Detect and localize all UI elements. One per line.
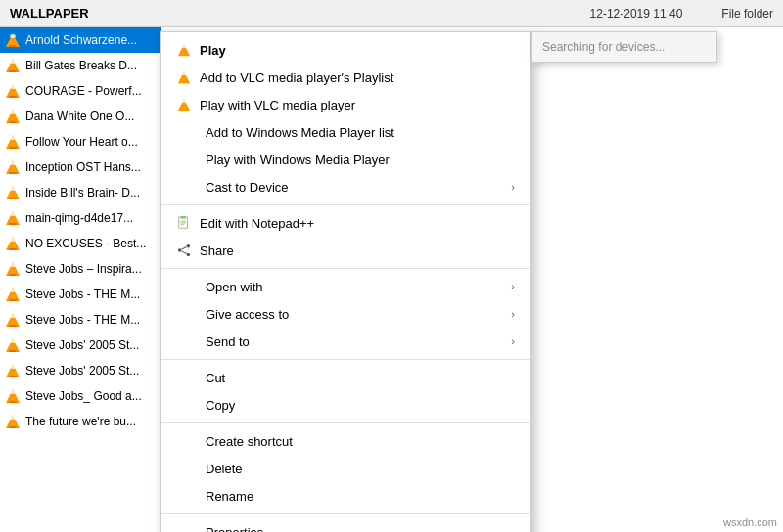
svg-point-13: [10, 136, 16, 140]
svg-rect-11: [9, 121, 17, 123]
menu-item-properties[interactable]: Properties: [161, 518, 530, 532]
svg-point-4: [10, 60, 16, 64]
menu-item-give-access[interactable]: Give access to›: [161, 300, 530, 328]
file-item[interactable]: Steve Jobs - THE M...: [0, 282, 161, 307]
svg-rect-2: [9, 45, 17, 47]
menu-item-add-to-vlc-playlist[interactable]: Add to VLC media player's Playlist: [161, 64, 530, 91]
menu-item-open-with[interactable]: Open with›: [161, 273, 530, 300]
menu-separator: [161, 268, 530, 269]
file-name: main-qimg-d4de17...: [25, 211, 133, 225]
svg-point-28: [10, 263, 16, 267]
menu-item-label: Share: [200, 244, 234, 258]
menu-item-play[interactable]: Play: [161, 36, 530, 64]
file-item[interactable]: Steve Jobs – Inspira...: [0, 256, 161, 282]
menu-item-content: Properties: [176, 525, 263, 533]
cast-to-device-submenu: Searching for devices...: [531, 31, 717, 63]
file-item[interactable]: The future we're bu...: [0, 409, 161, 434]
file-item[interactable]: Inside Bill's Brain- D...: [0, 180, 161, 205]
file-item[interactable]: Arnold Schwarzene...: [0, 27, 161, 53]
file-item[interactable]: Follow Your Heart o...: [0, 129, 161, 155]
vlc-file-icon: [4, 336, 22, 354]
menu-item-content: Delete: [176, 462, 243, 476]
svg-rect-47: [9, 426, 17, 428]
menu-item-label: Play with VLC media player: [200, 98, 355, 112]
menu-item-content: Edit with Notepad++: [176, 215, 314, 231]
file-name: Inside Bill's Brain- D...: [25, 186, 140, 200]
file-name: Steve Jobs - THE M...: [25, 313, 140, 327]
menu-item-label: Add to VLC media player's Playlist: [200, 70, 393, 85]
file-name: Dana White One O...: [25, 110, 134, 123]
file-item[interactable]: Steve Jobs' 2005 St...: [0, 358, 161, 383]
menu-item-content: Play with VLC media player: [176, 97, 355, 112]
menu-item-delete[interactable]: Delete: [161, 455, 530, 482]
share-icon: [176, 243, 192, 258]
svg-point-22: [10, 212, 16, 216]
menu-item-label: Add to Windows Media Player list: [206, 125, 394, 140]
searching-label: Searching for devices...: [542, 40, 665, 54]
file-item[interactable]: Steve Jobs - THE M...: [0, 307, 161, 332]
svg-rect-55: [181, 216, 186, 219]
menu-item-send-to[interactable]: Send to›: [161, 328, 530, 355]
vlc-file-icon: [4, 413, 22, 430]
file-name: Steve Jobs' 2005 St...: [25, 338, 139, 352]
menu-item-content: Cut: [176, 371, 225, 385]
vlc-file-icon: [4, 260, 22, 278]
menu-item-content: Play: [176, 42, 226, 58]
menu-item-label: Create shortcut: [206, 434, 293, 449]
svg-rect-32: [9, 299, 17, 301]
menu-item-add-to-wmp-list[interactable]: Add to Windows Media Player list: [161, 118, 530, 146]
header-date: 12-12-2019 11:40: [590, 7, 683, 21]
svg-point-61: [187, 253, 191, 257]
menu-item-label: Play: [200, 43, 226, 58]
file-item[interactable]: Inception OST Hans...: [0, 155, 161, 180]
file-item[interactable]: Steve Jobs' 2005 St...: [0, 332, 161, 358]
menu-item-label: Play with Windows Media Player: [206, 153, 390, 167]
file-item[interactable]: Steve Jobs_ Good a...: [0, 383, 161, 409]
vlc-file-icon: [4, 311, 22, 329]
svg-point-34: [10, 314, 16, 318]
file-item[interactable]: Bill Gates Breaks D...: [0, 53, 161, 78]
svg-rect-35: [9, 325, 17, 327]
menu-item-copy[interactable]: Copy: [161, 391, 530, 419]
menu-item-play-with-wmp[interactable]: Play with Windows Media Player: [161, 146, 530, 173]
menu-item-cast-to-device[interactable]: Cast to Device›: [161, 173, 530, 200]
menu-separator: [161, 422, 530, 423]
menu-item-content: Rename: [176, 489, 253, 504]
svg-rect-20: [9, 198, 17, 200]
svg-point-7: [10, 85, 16, 89]
menu-item-share[interactable]: Share: [161, 237, 530, 264]
menu-item-content: Open with: [176, 280, 263, 294]
menu-item-content: Share: [176, 243, 234, 258]
file-name: Inception OST Hans...: [25, 160, 141, 174]
notepad-icon: [176, 215, 192, 231]
menu-item-play-with-vlc[interactable]: Play with VLC media player: [161, 91, 530, 118]
menu-item-label: Cut: [206, 371, 225, 385]
menu-item-label: Rename: [206, 489, 253, 504]
file-item[interactable]: NO EXCUSES - Best...: [0, 231, 161, 256]
menu-item-content: Cast to Device: [176, 180, 289, 195]
svg-line-62: [181, 247, 186, 250]
menu-item-label: Give access to: [206, 307, 289, 322]
menu-item-content: Add to Windows Media Player list: [176, 125, 394, 140]
menu-item-content: Send to: [176, 334, 250, 349]
menu-item-rename[interactable]: Rename: [161, 482, 530, 510]
menu-item-edit-notepad[interactable]: Edit with Notepad++: [161, 209, 530, 237]
file-item[interactable]: Dana White One O...: [0, 104, 161, 129]
context-menu: Play Add to VLC media player's Playlist …: [160, 31, 531, 532]
vlc-file-icon: [4, 286, 22, 303]
file-item[interactable]: COURAGE - Powerf...: [0, 78, 161, 104]
file-name: Follow Your Heart o...: [25, 135, 138, 149]
vlc-file-icon: [4, 82, 22, 100]
menu-item-create-shortcut[interactable]: Create shortcut: [161, 427, 530, 455]
svg-rect-44: [9, 401, 17, 403]
svg-point-10: [10, 111, 16, 114]
menu-item-label: Delete: [206, 462, 243, 476]
svg-point-46: [10, 416, 16, 420]
file-name: Steve Jobs_ Good a...: [25, 389, 142, 403]
menu-separator: [161, 513, 530, 514]
file-item[interactable]: main-qimg-d4de17...: [0, 205, 161, 231]
file-name: Arnold Schwarzene...: [25, 33, 137, 47]
menu-item-cut[interactable]: Cut: [161, 364, 530, 391]
svg-point-51: [181, 72, 186, 76]
vlc-icon: [176, 42, 192, 58]
